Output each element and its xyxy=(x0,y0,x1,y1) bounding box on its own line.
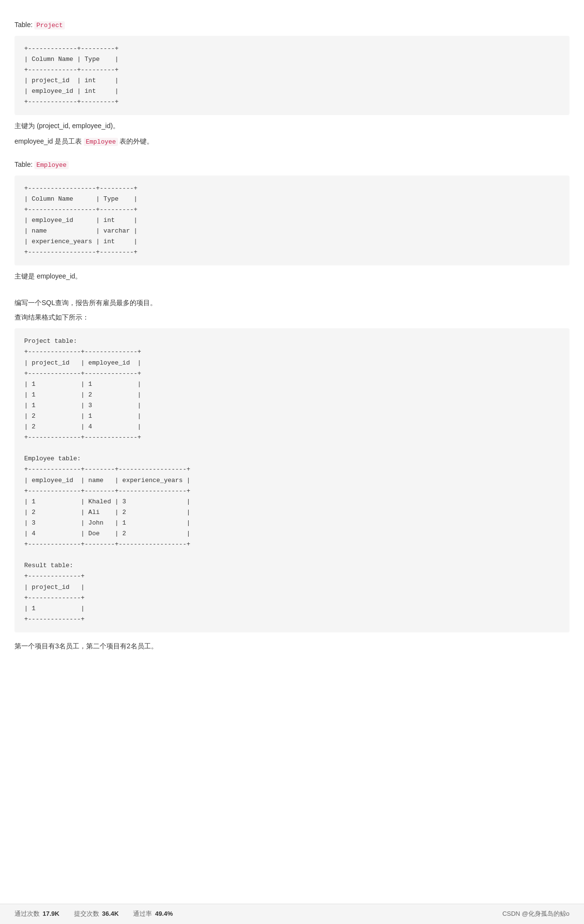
employee-schema-block: +------------------+---------+ | Column … xyxy=(15,176,569,266)
stat-pass-count: 通过次数 17.9K xyxy=(15,909,60,919)
page-container: Table: Project +-------------+---------+… xyxy=(0,0,584,924)
employee-table-name: Employee xyxy=(34,161,68,169)
query-format-title: 查询结果格式如下所示： xyxy=(15,312,569,323)
employee-note-1: 主键是 employee_id。 xyxy=(15,270,569,282)
project-table-label: Table: Project xyxy=(15,19,569,31)
query-section: 编写一个SQL查询，报告所有雇员最多的项目。 查询结果格式如下所示： Proje… xyxy=(15,297,569,653)
pass-count-value: 17.9K xyxy=(43,909,60,919)
project-table-name: Project xyxy=(34,21,65,29)
submit-count-label: 提交次数 xyxy=(74,909,99,919)
pass-rate-label: 通过率 xyxy=(133,909,152,919)
explanation: 第一个项目有3名员工，第二个项目有2名员工。 xyxy=(15,640,569,652)
footer-brand: CSDN @化身孤岛的鲸o xyxy=(502,909,569,919)
result-block: Project table: +--------------+---------… xyxy=(15,328,569,632)
pass-rate-value: 49.4% xyxy=(155,909,173,919)
stat-pass-rate: 通过率 49.4% xyxy=(133,909,173,919)
employee-code-ref: Employee xyxy=(84,138,118,146)
submit-count-value: 36.4K xyxy=(102,909,119,919)
project-table-section: Table: Project +-------------+---------+… xyxy=(15,19,569,147)
project-schema-block: +-------------+---------+ | Column Name … xyxy=(15,36,569,116)
stat-submit-count: 提交次数 36.4K xyxy=(74,909,119,919)
project-note-1: 主键为 (project_id, employee_id)。 xyxy=(15,120,569,132)
pass-count-label: 通过次数 xyxy=(15,909,40,919)
query-title: 编写一个SQL查询，报告所有雇员最多的项目。 xyxy=(15,297,569,308)
employee-table-section: Table: Employee +------------------+----… xyxy=(15,159,569,283)
footer-bar: 通过次数 17.9K 提交次数 36.4K 通过率 49.4% CSDN @化身… xyxy=(0,904,584,924)
employee-table-label: Table: Employee xyxy=(15,159,569,171)
project-note-2: employee_id 是员工表 Employee 表的外键。 xyxy=(15,135,569,147)
footer-stats: 通过次数 17.9K 提交次数 36.4K 通过率 49.4% xyxy=(15,909,173,919)
